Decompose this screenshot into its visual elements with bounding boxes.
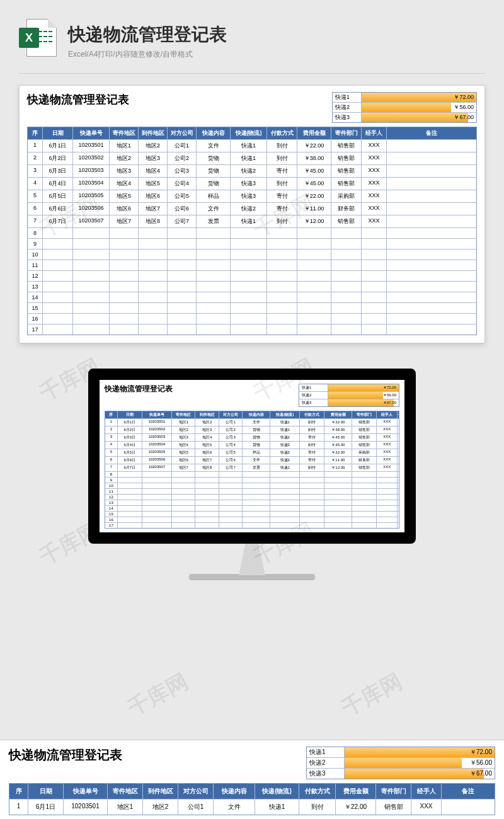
table-cell [300,495,324,500]
column-header: 日期 [28,784,64,799]
table-cell [168,260,197,270]
table-cell [168,324,197,335]
table-row-empty: 9 [28,239,476,249]
table-cell: 快递1 [231,152,267,164]
summary-value: ￥67.00 [470,770,492,777]
table-cell: 2 [105,427,118,433]
column-header: 寄件部门 [331,127,362,139]
summary-row: 快递1￥72.00 [307,747,495,758]
summary-bar-cell: ￥67.00 [362,113,476,122]
table-cell [118,472,142,477]
table-cell: 15 [105,512,118,517]
summary-label: 快递3 [333,113,362,122]
summary-label: 快递1 [333,93,362,102]
table-row-empty: 16 [105,517,399,523]
table-cell: XXX [411,799,442,815]
table-cell [398,512,399,517]
table-cell [362,271,387,281]
table-cell: 地区7 [110,215,139,227]
column-header: 费用金额 [324,411,352,418]
table-cell [43,271,73,281]
table-cell: 快递3 [270,442,300,449]
table-cell [219,512,243,517]
table-cell: 文件 [197,140,231,152]
table-cell: 17 [28,324,43,335]
table-cell: 6 [105,457,118,464]
grid-header-row: 序日期快递单号寄件地区到件地区对方公司快递内容快递(物流)付款方式费用金额寄件部… [28,127,476,140]
header-divider [19,73,485,74]
table-cell: 16 [28,314,43,324]
table-cell: XXX [362,140,387,152]
table-cell: 地区2 [172,427,195,433]
table-cell: XXX [362,215,387,227]
table-cell: 12 [28,271,43,281]
table-cell: 地区4 [110,178,139,190]
table-cell: XXX [377,419,398,426]
table-cell [43,249,73,260]
table-cell [324,489,352,494]
table-cell [267,314,297,324]
table-cell: ￥45.00 [297,178,331,190]
data-grid: 序日期快递单号寄件地区到件地区对方公司快递内容快递(物流)付款方式费用金额寄件部… [27,127,477,335]
table-cell: 销售部 [352,464,377,471]
table-cell: 货物 [197,152,231,164]
table-row: 56月5日10203505地区5地区6公司5样品快递3寄付￥22.00采购部XX… [28,190,476,203]
column-header: 到件地区 [143,784,178,799]
table-cell [377,500,398,505]
table-cell [118,512,142,517]
column-header: 付款方式 [300,411,324,418]
column-header: 对方公司 [178,784,214,799]
table-cell: XXX [377,464,398,471]
table-cell: 地区4 [195,434,219,441]
table-cell [270,512,300,517]
table-cell [324,500,352,505]
table-cell: 6月6日 [43,203,73,215]
table-cell [331,303,362,313]
column-header: 序 [105,411,118,418]
table-cell: ￥11.00 [297,203,331,215]
table-cell [267,239,297,249]
table-cell: 销售部 [331,140,362,152]
table-cell: 快递1 [270,419,300,426]
summary-value: ￥67.00 [454,114,474,120]
table-cell [377,506,398,511]
table-cell [267,303,297,313]
table-cell: 地区1 [108,799,143,815]
table-cell: 货物 [243,427,270,433]
monitor-stand [230,544,274,575]
table-cell [172,483,195,488]
table-cell [118,489,142,494]
column-header: 序 [28,127,43,139]
summary-label: 快递1 [307,747,345,757]
table-cell [139,249,168,260]
table-cell [219,489,243,494]
table-cell [197,260,231,270]
column-header: 经手人 [362,127,387,139]
table-cell [172,489,195,494]
table-cell [142,500,172,505]
table-cell [139,282,168,292]
table-cell [231,324,267,335]
table-cell: 公司1 [168,140,197,152]
table-row: 16月1日10203501地区1地区2公司1文件快递1到付￥22.00销售部XX… [28,140,476,152]
table-cell: 地区3 [195,427,219,433]
table-cell [387,282,476,292]
table-cell [324,506,352,511]
table-cell: 6月2日 [43,152,73,164]
sheet-title: 快递物流管理登记表 [27,92,129,107]
table-cell [331,228,362,238]
table-cell: ￥12.00 [324,464,352,471]
monitor-mockup: 快递物流管理登记表 快递1￥72.00快递2￥56.00快递3￥67.00 序日… [0,369,504,580]
table-cell: ￥45.00 [324,442,352,449]
table-cell [352,483,377,488]
table-cell [139,303,168,313]
table-cell: 6月1日 [118,419,142,426]
table-cell [43,282,73,292]
table-cell [219,483,243,488]
table-cell [139,271,168,281]
summary-chart-mini: 快递1￥72.00快递2￥56.00快递3￥67.00 [299,384,399,407]
table-cell [168,282,197,292]
summary-label: 快递3 [307,769,345,779]
table-row: 36月3日10203503地区3地区4公司3货物快递2寄付￥45.00销售部XX… [28,165,476,178]
table-cell [387,271,476,281]
